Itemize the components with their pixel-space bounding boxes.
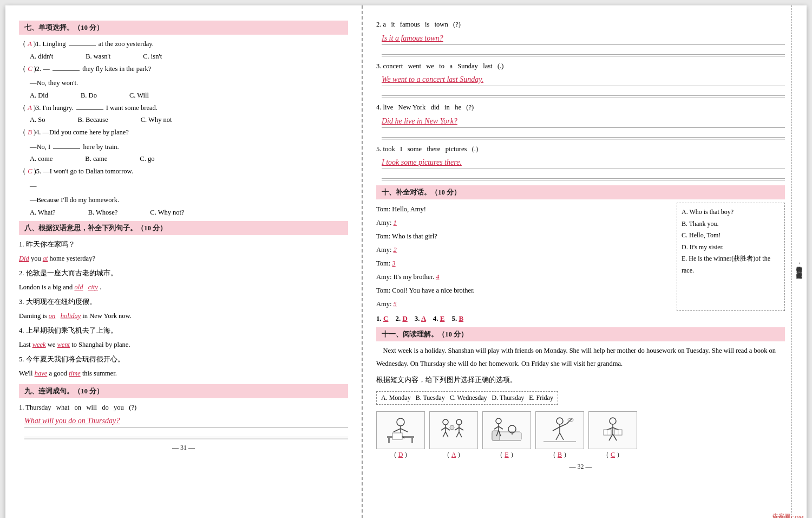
- svg-line-19: [459, 428, 463, 430]
- q9-1-answer: What will you do on Thursday?: [24, 416, 348, 428]
- svg-line-6: [401, 429, 408, 432]
- left-page: 七、单项选择。（10 分） （ A )1. Lingling at the zo…: [5, 5, 363, 518]
- pic-box-1: [376, 411, 425, 449]
- svg-point-33: [556, 418, 563, 424]
- svg-line-12: [441, 428, 446, 430]
- q9-4-answer-block: Did he live in New York?: [382, 116, 785, 140]
- ans7-3: A: [28, 104, 32, 112]
- q9-4-answer: Did he live in New York?: [382, 116, 785, 128]
- svg-line-20: [456, 432, 459, 437]
- q8-1-en: Did you at home yesterday?: [19, 252, 348, 265]
- choice-b: B. Thank you.: [682, 218, 780, 230]
- choice-a: A. Who is that boy?: [682, 206, 780, 218]
- q7-5: （ C )5. —I won't go to Dalian tomorrow.: [19, 165, 348, 178]
- pic-svg-2: [435, 416, 473, 445]
- q9-5-answer: I took some pictures there.: [382, 157, 785, 169]
- page-container: 七、单项选择。（10 分） （ A )1. Lingling at the zo…: [5, 5, 807, 518]
- section8-header: 八、根据汉语意思，补全下列句子。（10 分）: [19, 221, 348, 235]
- q7-5-sub: —Because I'll do my homework.: [30, 194, 348, 206]
- q9-1-words: 1. Thursday what on will do you (?): [19, 402, 348, 414]
- options-box-container: A. Monday B. Tuesday C. Wednesday D. Thu…: [376, 388, 785, 408]
- q8-2-cn: 2. 伦敦是一座大而古老的城市。: [19, 267, 348, 280]
- pic-svg-4: [541, 416, 579, 445]
- svg-line-15: [446, 432, 448, 437]
- section11-header: 十一、阅读理解。（10 分）: [376, 327, 785, 341]
- q8-3-en: Daming is on holiday in New York now.: [19, 310, 348, 322]
- svg-line-35: [553, 427, 560, 431]
- dialog-line-2: Amy: 1: [376, 216, 666, 230]
- left-page-num: — 31 —: [19, 444, 348, 452]
- q7-4: （ B )4. —Did you come here by plane?: [19, 126, 348, 139]
- q7-5-options: A. What? B. Whose? C. Why not?: [30, 209, 348, 217]
- right-sidebar: 请在密封线内作答，超出密封线答案无效: [791, 5, 807, 518]
- q9-5-words: 5. took I some there pictures (.): [376, 143, 785, 156]
- svg-line-14: [443, 432, 446, 437]
- pic-box-5: [588, 411, 637, 449]
- q9-3-answer-block: We went to a concert last Sunday.: [382, 74, 785, 98]
- dialog-line-3: Tom: Who is that girl?: [376, 230, 666, 243]
- q9-1-answer-block: What will you do on Thursday?: [24, 416, 348, 439]
- svg-point-10: [443, 419, 448, 425]
- svg-rect-2: [411, 438, 413, 443]
- options-box: A. Monday B. Tuesday C. Wednesday D. Thu…: [376, 391, 558, 405]
- q8-4-cn: 4. 上星期我们乘飞机去了上海。: [19, 325, 348, 337]
- choice-c: C. Hello, Tom!: [682, 230, 780, 242]
- q9-1-extra-line: [24, 428, 348, 437]
- q7-4-options: A. come B. came C. go: [30, 155, 348, 163]
- mxqe-logo: MXQE.COM: [772, 515, 804, 518]
- pic-svg-1: [382, 416, 420, 445]
- q7-2: （ C )2. — they fly kites in the park?: [19, 63, 348, 75]
- svg-rect-1: [388, 438, 390, 443]
- q9-2-answer-block: Is it a famous town?: [382, 33, 785, 57]
- svg-line-5: [394, 429, 401, 432]
- dialog-line-4: Amy: 2: [376, 243, 666, 257]
- section10-header: 十、补全对话。（10 分）: [376, 185, 785, 199]
- sidebar-text: 请在密封线内作答，超出密封线答案无效: [795, 262, 803, 268]
- svg-line-21: [459, 432, 462, 437]
- section7-header: 七、单项选择。（10 分）: [19, 21, 348, 35]
- q7-2-sub: —No, they won't.: [30, 77, 348, 89]
- dialog-line-6: Amy: It's my brother. 4: [376, 270, 666, 284]
- picture-2: （ A ）: [429, 411, 478, 459]
- picture-5: （ C ）: [588, 411, 637, 459]
- pic-svg-5: [594, 416, 632, 445]
- svg-rect-24: [492, 431, 500, 441]
- q7-2-options: A. Did B. Do C. Will: [30, 92, 348, 100]
- svg-rect-9: [392, 433, 402, 439]
- svg-point-22: [450, 425, 454, 430]
- svg-point-3: [397, 418, 404, 426]
- reading-subtitle: 根据短文内容，给下列图片选择正确的选项。: [376, 374, 785, 386]
- ans7-5: C: [28, 167, 32, 175]
- dialog-line-5: Tom: 3: [376, 257, 666, 270]
- dialog-line-8: Amy: 5: [376, 297, 666, 311]
- pic-box-4: [535, 411, 584, 449]
- ans7-2: C: [28, 65, 32, 73]
- pic-label-2: （ A ）: [429, 450, 478, 459]
- choice-e: E. He is the winner(获胜者)of the race.: [682, 253, 780, 276]
- q7-5-dash: —: [30, 180, 348, 192]
- svg-line-30: [499, 426, 503, 429]
- picture-1: （ D ）: [376, 411, 425, 459]
- section10-content: Tom: Hello, Amy! Amy: 1 Tom: Who is that…: [376, 203, 785, 311]
- q9-4-words: 4. live New York did in he (?): [376, 101, 785, 114]
- right-page: 2. a it famous is town (?) Is it a famou…: [363, 5, 807, 518]
- svg-line-39: [567, 418, 572, 424]
- q8-4-en: Last week we went to Shanghai by plane.: [19, 339, 348, 351]
- q9-2-answer: Is it a famous town?: [382, 33, 785, 45]
- q7-1-options: A. didn't B. wasn't C. isn't: [30, 53, 348, 61]
- q7-1: （ A )1. Lingling at the zoo yesterday.: [19, 38, 348, 50]
- ans7-1: A: [28, 40, 32, 48]
- pic-label-5: （ C ）: [588, 450, 637, 459]
- pic-box-3: [482, 411, 531, 449]
- pic-box-2: [429, 411, 478, 449]
- svg-point-27: [496, 418, 501, 424]
- pictures-row: （ D ）: [376, 411, 785, 459]
- picture-3: （ E ）: [482, 411, 531, 459]
- q8-2-en: London is a big and old city .: [19, 281, 348, 294]
- svg-line-18: [455, 428, 459, 430]
- choice-d: D. It's my sister.: [682, 242, 780, 254]
- pic-label-3: （ E ）: [482, 450, 531, 459]
- q7-3-options: A. So B. Because C. Why not: [30, 116, 348, 124]
- ans7-4: B: [28, 128, 32, 136]
- svg-point-16: [456, 419, 462, 425]
